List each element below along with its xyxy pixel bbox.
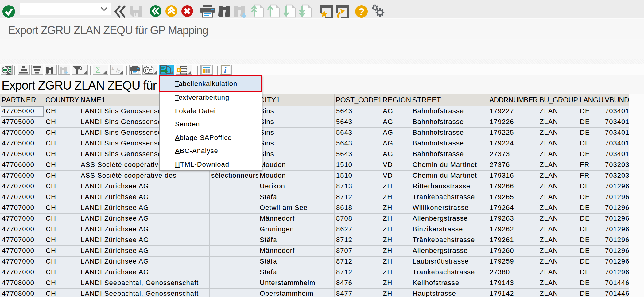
svg-text:Σ: Σ bbox=[95, 65, 101, 74]
svg-text:i: i bbox=[224, 66, 227, 75]
svg-text:Σ: Σ bbox=[111, 65, 114, 71]
